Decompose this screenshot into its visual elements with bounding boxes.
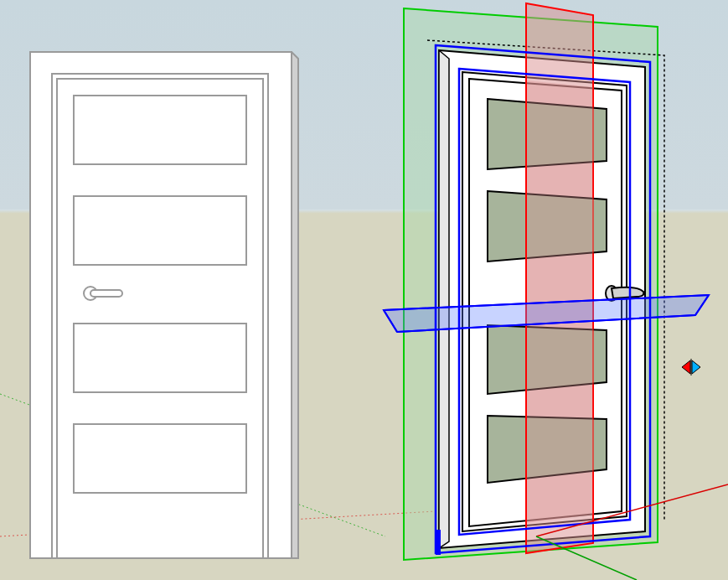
left-door-model[interactable] bbox=[30, 52, 298, 558]
left-door-panel bbox=[74, 96, 246, 164]
svg-marker-27 bbox=[682, 360, 690, 374]
left-door-panel bbox=[74, 324, 246, 392]
right-door-model[interactable] bbox=[384, 3, 728, 580]
svg-marker-9 bbox=[439, 50, 449, 548]
model-viewport[interactable] bbox=[0, 0, 728, 580]
scene-canvas[interactable] bbox=[0, 0, 728, 580]
flip-along-indicator-icon[interactable] bbox=[682, 359, 700, 375]
selection-grip[interactable] bbox=[436, 530, 441, 555]
left-door-panel bbox=[74, 424, 246, 493]
svg-rect-7 bbox=[90, 290, 122, 297]
svg-marker-28 bbox=[692, 360, 700, 374]
left-door-panel bbox=[74, 196, 246, 265]
